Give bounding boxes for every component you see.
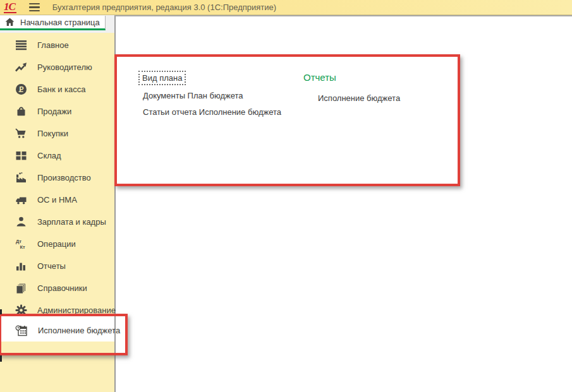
svg-text:Дт: Дт — [16, 239, 21, 244]
sidebar-item-label: Склад — [37, 151, 61, 160]
sidebar-item-os-i-nma[interactable]: ОС и НМА — [0, 189, 114, 211]
person-icon — [15, 216, 27, 228]
sidebar-item-sklad[interactable]: Склад — [0, 145, 114, 167]
link-vid-plana[interactable]: Вид плана — [138, 71, 186, 85]
link-ispolnenie-byudzheta-report[interactable]: Исполнение бюджета — [318, 93, 400, 103]
window-title: Бухгалтерия предприятия, редакция 3.0 (1… — [52, 3, 276, 12]
application-window: 1С Бухгалтерия предприятия, редакция 3.0… — [0, 0, 572, 392]
sidebar-item-label: Банк и касса — [37, 85, 86, 94]
warehouse-grid-icon — [15, 150, 27, 162]
sidebar-item-label: ОС и НМА — [37, 195, 77, 205]
shopping-bag-icon — [15, 105, 27, 117]
sidebar-item-label: Операции — [37, 239, 76, 249]
sidebar-item-otchety[interactable]: Отчеты — [0, 255, 114, 277]
truck-icon — [15, 194, 27, 206]
sidebar-item-zarplata-i-kadry[interactable]: Зарплата и кадры — [0, 211, 114, 233]
sidebar-item-label: Справочники — [37, 283, 87, 293]
gear-icon — [15, 304, 27, 316]
main-menu-hamburger-icon[interactable] — [29, 3, 40, 11]
sidebar-item-label: Администрирование — [37, 306, 116, 315]
sidebar-item-label: Руководителю — [37, 62, 92, 72]
sidebar-item-operacii[interactable]: Дт Кт Операции — [0, 233, 114, 255]
sidebar-item-pokupki[interactable]: Покупки — [0, 122, 114, 145]
debit-credit-icon: Дт Кт — [15, 238, 27, 250]
factory-icon — [15, 172, 27, 184]
catalogs-icon — [15, 282, 27, 294]
svg-text:Кт: Кт — [20, 244, 26, 250]
sidebar-item-glavnoe[interactable]: Главное — [0, 34, 114, 56]
sidebar-item-spravochniki[interactable]: Справочники — [0, 277, 114, 299]
top-bar: 1С Бухгалтерия предприятия, редакция 3.0… — [0, 0, 572, 15]
sidebar-item-label: Производство — [37, 173, 91, 182]
bar-chart-icon — [15, 260, 27, 272]
sidebar-item-ispolnenie-byudzheta-selected[interactable]: Исполнение бюджета — [0, 316, 114, 342]
tab-home-label: Начальная страница — [20, 18, 100, 27]
sidebar-item-label: Исполнение бюджета — [38, 326, 120, 335]
ruble-circle-icon: Р — [15, 83, 27, 95]
reports-section-title: Отчеты — [303, 72, 336, 83]
sidebar-item-label: Покупки — [37, 129, 68, 138]
sidebar-item-bank-i-kassa[interactable]: Р Банк и касса — [0, 78, 114, 100]
link-stati-otcheta[interactable]: Статьи отчета Исполнение бюджета — [143, 107, 281, 117]
annotation-edge-mark — [0, 355, 2, 362]
annotation-edge-mark — [0, 309, 2, 314]
menu-lines-icon — [15, 39, 27, 51]
sidebar-item-proizvodstvo[interactable]: Производство — [0, 167, 114, 189]
shopping-cart-icon — [15, 128, 27, 140]
sidebar-item-prodazhi[interactable]: Продажи — [0, 100, 114, 122]
home-icon — [5, 18, 15, 27]
budget-calendar-icon — [15, 324, 28, 337]
link-dokumenty-plan-byudzheta[interactable]: Документы План бюджета — [143, 91, 243, 100]
sidebar-item-label: Продажи — [37, 107, 71, 116]
sidebar-item-label: Отчеты — [37, 261, 66, 271]
tab-home-page[interactable]: Начальная страница — [0, 16, 106, 30]
sidebar-item-label: Главное — [37, 40, 69, 50]
sidebar-item-label: Зарплата и кадры — [37, 217, 106, 227]
1c-logo-icon: 1С — [4, 1, 16, 13]
sidebar-item-rukovoditelyu[interactable]: Руководителю — [0, 56, 114, 78]
trend-arrow-icon — [15, 61, 27, 73]
